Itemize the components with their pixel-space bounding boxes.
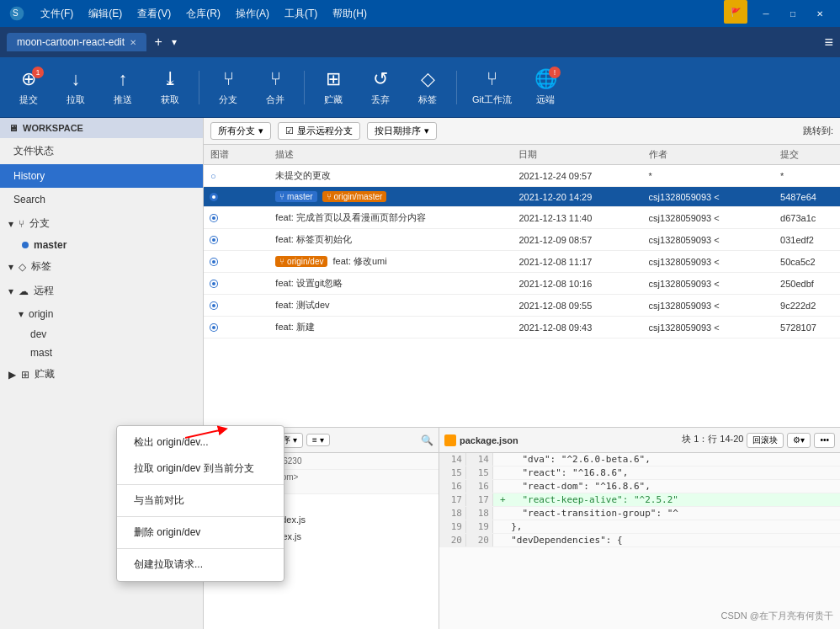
ctx-compare[interactable]: 与当前对比 [117, 488, 284, 514]
commit-desc: feat: 标签页初始化 [268, 229, 512, 251]
commit-date: 2021-12-09 08:57 [512, 229, 641, 251]
sidebar-group-stash[interactable]: ▶ ⊞ 贮藏 [0, 362, 203, 386]
diff-file-icon [444, 434, 456, 446]
show-remote-button[interactable]: ☑ 显示远程分支 [278, 122, 360, 140]
monitor-icon: 🖥 [8, 123, 18, 133]
flag-button[interactable]: 🚩 [724, 0, 747, 24]
diff-filename: package.json [460, 435, 518, 445]
sidebar-branch-master[interactable]: master [0, 236, 203, 254]
svg-text:S: S [13, 8, 19, 18]
col-hash[interactable]: 提交 [774, 145, 840, 165]
table-row[interactable]: ⑂ origin/dev feat: 修改umi 2021-12-08 11:1… [204, 251, 840, 273]
stash-button[interactable]: ⊞ 贮藏 [311, 65, 355, 109]
col-graph[interactable]: 图谱 [204, 145, 268, 165]
tab-moon-cartoon[interactable]: moon-cartoon-react-edit ✕ [7, 33, 146, 51]
diff-line: 20 20 "devDependencies": { [439, 534, 840, 547]
discard-button[interactable]: ↺ 丢弃 [359, 65, 402, 109]
commit-desc: ⑂ origin/dev feat: 修改umi [268, 251, 512, 273]
col-description[interactable]: 描述 [268, 145, 512, 165]
new-tab-button[interactable]: + [148, 32, 168, 52]
table-row[interactable]: feat: 设置git忽略 2021-12-08 10:16 csj132805… [204, 273, 840, 295]
diff-more-button[interactable]: ••• [814, 433, 835, 448]
commit-desc: feat: 设置git忽略 [268, 273, 512, 295]
pull-button[interactable]: ↓ 拉取 [54, 65, 98, 109]
sidebar-group-remotes[interactable]: ▾ ☁ 远程 [0, 279, 203, 303]
tag-button[interactable]: ◇ 标签 [406, 65, 449, 109]
remotes-icon: ☁ [19, 285, 29, 297]
push-button[interactable]: ↑ 推送 [101, 65, 145, 109]
push-label: 推送 [114, 93, 132, 106]
merge-button[interactable]: ⑂ 合并 [253, 65, 297, 109]
branch-current-dot [22, 242, 29, 248]
ctx-checkout[interactable]: 检出 origin/dev... [117, 429, 284, 456]
diff-content: 14 14 "dva": "^2.6.0-beta.6", 15 15 "rea… [439, 453, 840, 629]
toolbar-separator-3 [456, 71, 457, 104]
show-remote-label: 显示远程分支 [297, 125, 353, 137]
col-author[interactable]: 作者 [642, 145, 774, 165]
master-tag: ⑂ master [275, 191, 316, 202]
commit-button[interactable]: 1 ⊕ 提交 [7, 65, 51, 109]
menu-help[interactable]: 帮助(H) [326, 5, 374, 23]
menu-edit[interactable]: 编辑(E) [82, 5, 129, 23]
menu-file[interactable]: 文件(F) [34, 5, 80, 23]
view-toggle-icon: ▾ [320, 435, 324, 445]
remote-button[interactable]: ! 🌐 远端 [524, 65, 567, 109]
origin-label: origin [29, 308, 53, 320]
fetch-button[interactable]: ⤓ 获取 [148, 65, 192, 109]
tab-bar: moon-cartoon-react-edit ✕ + ▾ ≡ [0, 27, 840, 57]
ctx-pull[interactable]: 拉取 origin/dev 到当前分支 [117, 456, 284, 482]
menu-repo[interactable]: 仓库(R) [179, 5, 227, 23]
hamburger-menu-button[interactable]: ≡ [824, 34, 833, 51]
graph-dot [210, 215, 217, 221]
sidebar-origin-master[interactable]: mast [0, 344, 203, 362]
ctx-create-pr[interactable]: 创建拉取请求... [117, 552, 284, 578]
menu-view[interactable]: 查看(V) [130, 5, 178, 23]
commit-hash: 9c222d2 [774, 295, 840, 317]
sidebar-group-origin[interactable]: ▾ origin [0, 303, 203, 325]
app-icon: S [7, 3, 27, 24]
menu-tools[interactable]: 工具(T) [278, 5, 324, 23]
maximize-button[interactable]: □ [779, 0, 806, 27]
diff-settings-button[interactable]: ⚙▾ [787, 433, 811, 448]
graph-line [210, 194, 221, 200]
table-row[interactable]: ⑂ master ⑂ origin/master 2021-12-20 14:2… [204, 187, 840, 207]
sidebar-item-file-status[interactable]: 文件状态 [0, 138, 203, 164]
table-row[interactable]: ○ 未提交的更改 2021-12-24 09:57 * * [204, 165, 840, 187]
workspace-header: 🖥 WORKSPACE [0, 118, 203, 138]
ctx-delete[interactable]: 删除 origin/dev [117, 520, 284, 546]
graph-dot [210, 280, 217, 287]
col-date[interactable]: 日期 [512, 145, 641, 165]
branches-icon: ⑂ [19, 218, 24, 230]
table-row[interactable]: feat: 新建 2021-12-08 09:43 csj1328059093 … [204, 317, 840, 338]
sidebar-item-search[interactable]: Search [0, 188, 203, 211]
tab-dropdown-button[interactable]: ▾ [168, 35, 180, 50]
table-row[interactable]: feat: 标签页初始化 2021-12-09 08:57 csj1328059… [204, 229, 840, 251]
commit-desc: 未提交的更改 [268, 165, 512, 187]
diff-controls: 块 1：行 14-20 回滚块 ⚙▾ ••• [682, 433, 835, 448]
sidebar-item-history[interactable]: History [0, 164, 203, 188]
rollback-button[interactable]: 回滚块 [747, 433, 784, 448]
sort-button[interactable]: 按日期排序 ▾ [367, 122, 437, 140]
tab-close-icon[interactable]: ✕ [130, 38, 136, 47]
table-row[interactable]: feat: 完成首页以及看漫画页部分内容 2021-12-13 11:40 cs… [204, 207, 840, 229]
commit-date: 2021-12-24 09:57 [512, 165, 641, 187]
branch-button[interactable]: ⑂ 分支 [206, 65, 250, 109]
menu-action[interactable]: 操作(A) [229, 5, 276, 23]
minimize-button[interactable]: ─ [752, 0, 779, 27]
commit-hash: 031edf2 [774, 229, 840, 251]
sidebar-origin-dev[interactable]: dev [0, 325, 203, 344]
table-row[interactable]: feat: 测试dev 2021-12-08 09:55 csj13280590… [204, 295, 840, 317]
sidebar-group-branches[interactable]: ▾ ⑂ 分支 [0, 211, 203, 236]
view-toggle-button[interactable]: ≡ ▾ [306, 434, 330, 446]
file-sort-icon: ▾ [293, 435, 297, 445]
file-search-icon[interactable]: 🔍 [421, 434, 433, 446]
commit-author: csj1328059093 < [642, 317, 774, 338]
branch-filter-button[interactable]: 所有分支 ▾ [210, 122, 271, 140]
close-button[interactable]: ✕ [806, 0, 833, 27]
sort-icon: ▾ [424, 125, 429, 136]
tag-icon: ◇ [421, 68, 435, 90]
origin-dev-tag: ⑂ origin/dev [275, 256, 327, 267]
stash-sidebar-icon: ⊞ [21, 369, 29, 381]
gitflow-button[interactable]: ⑂ Git工作流 [464, 65, 520, 109]
sidebar-group-tags[interactable]: ▾ ◇ 标签 [0, 254, 203, 279]
